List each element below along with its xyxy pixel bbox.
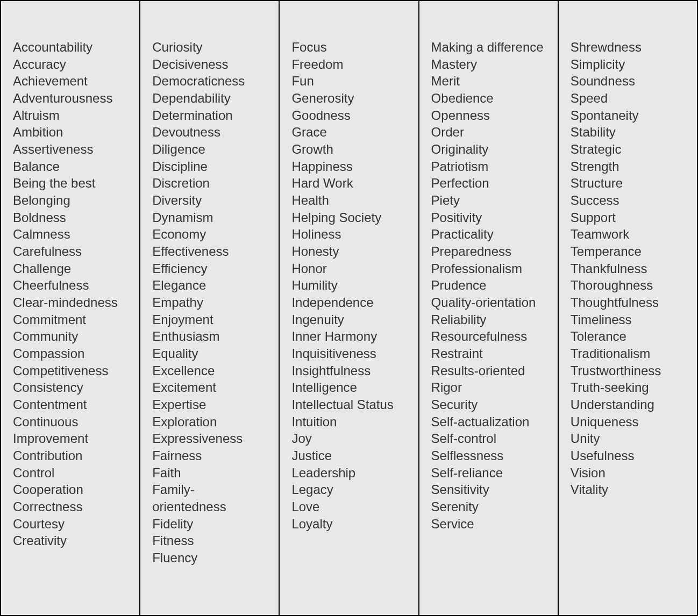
list-item: Devoutness	[152, 124, 267, 141]
list-item: Discipline	[152, 158, 267, 175]
list-item: Carefulness	[13, 243, 127, 260]
list-item: Truth-seeking	[571, 379, 685, 396]
list-item: Grace	[291, 124, 406, 141]
list-item: Obedience	[431, 90, 546, 107]
list-item: Intellectual Status	[291, 396, 406, 413]
list-item: Piety	[431, 192, 546, 209]
list-item: Excellence	[152, 362, 267, 379]
list-item: Restraint	[431, 345, 546, 362]
list-item: Tolerance	[571, 328, 685, 345]
list-item: Correctness	[13, 498, 127, 515]
list-item: Independence	[291, 294, 406, 311]
list-item: Mastery	[431, 56, 546, 73]
list-item: Thoroughness	[571, 277, 685, 294]
list-item: Serenity	[431, 498, 546, 515]
column-3: FocusFreedomFunGenerosityGoodnessGraceGr…	[280, 1, 419, 615]
list-item: Courtesy	[13, 515, 127, 533]
list-item: Selflessness	[431, 447, 546, 464]
list-item: Fairness	[152, 447, 267, 464]
list-item: Economy	[152, 226, 267, 243]
list-item: Determination	[152, 107, 267, 124]
list-item: Fun	[291, 73, 406, 90]
list-item: Legacy	[291, 481, 406, 498]
list-item: Originality	[431, 141, 546, 158]
list-item: Honesty	[291, 243, 406, 260]
list-item: Efficiency	[152, 260, 267, 277]
list-item: Growth	[291, 141, 406, 158]
list-item: Holiness	[291, 226, 406, 243]
list-item: Enjoyment	[152, 311, 267, 328]
list-item: Calmness	[13, 226, 127, 243]
list-item: Success	[571, 192, 685, 209]
list-item: Assertiveness	[13, 141, 127, 158]
list-item: Honor	[291, 260, 406, 277]
list-item: Creativity	[13, 532, 127, 549]
list-item: Patriotism	[431, 158, 546, 175]
list-item: Continuous Improvement	[13, 413, 127, 447]
list-item: Order	[431, 124, 546, 141]
list-item: Fluency	[152, 549, 267, 567]
list-item: Fitness	[152, 532, 267, 549]
list-item: Freedom	[291, 56, 406, 73]
list-item: Family-orientedness	[152, 481, 267, 515]
list-item: Timeliness	[571, 311, 685, 328]
list-item: Uniqueness	[571, 413, 685, 431]
list-item: Trustworthiness	[571, 362, 685, 379]
list-item: Usefulness	[571, 447, 685, 464]
list-item: Humility	[291, 277, 406, 294]
list-item: Empathy	[152, 294, 267, 311]
list-item: Commitment	[13, 311, 127, 328]
column-1: AccountabilityAccuracyAchievementAdventu…	[1, 1, 140, 615]
list-item: Prudence	[431, 277, 546, 294]
values-table: AccountabilityAccuracyAchievementAdventu…	[0, 0, 698, 616]
list-item: Shrewdness	[571, 39, 685, 56]
column-4: Making a differenceMasteryMeritObedience…	[419, 1, 559, 615]
list-item: Perfection	[431, 175, 546, 192]
list-item: Stability	[571, 124, 685, 141]
list-item: Self-control	[431, 430, 546, 447]
list-item: Dynamism	[152, 209, 267, 226]
list-item: Thankfulness	[571, 260, 685, 277]
list-item: Exploration	[152, 413, 267, 431]
list-item: Decisiveness	[152, 56, 267, 73]
list-item: Hard Work	[291, 175, 406, 192]
list-item: Reliability	[431, 311, 546, 328]
list-item: Consistency	[13, 379, 127, 396]
list-item: Leadership	[291, 464, 406, 482]
list-item: Goodness	[291, 107, 406, 124]
list-item: Understanding	[571, 396, 685, 413]
list-item: Adventurousness	[13, 90, 127, 107]
list-item: Ingenuity	[291, 311, 406, 328]
list-item: Health	[291, 192, 406, 209]
list-item: Effectiveness	[152, 243, 267, 260]
list-item: Vision	[571, 464, 685, 482]
list-item: Excitement	[152, 379, 267, 396]
list-item: Community	[13, 328, 127, 345]
list-item: Expertise	[152, 396, 267, 413]
list-item: Resourcefulness	[431, 328, 546, 345]
list-item: Speed	[571, 90, 685, 107]
list-item: Traditionalism	[571, 345, 685, 362]
list-item: Results-oriented	[431, 362, 546, 379]
list-item: Intuition	[291, 413, 406, 431]
list-item: Cheerfulness	[13, 277, 127, 294]
list-item: Inner Harmony	[291, 328, 406, 345]
list-item: Temperance	[571, 243, 685, 260]
list-item: Preparedness	[431, 243, 546, 260]
list-item: Curiosity	[152, 39, 267, 56]
list-item: Helping Society	[291, 209, 406, 226]
list-item: Loyalty	[291, 515, 406, 533]
list-item: Making a difference	[431, 39, 546, 56]
list-item: Generosity	[291, 90, 406, 107]
list-item: Spontaneity	[571, 107, 685, 124]
list-item: Teamwork	[571, 226, 685, 243]
list-item: Competitiveness	[13, 362, 127, 379]
list-item: Challenge	[13, 260, 127, 277]
column-5: ShrewdnessSimplicitySoundnessSpeedSponta…	[559, 1, 697, 615]
list-item: Elegance	[152, 277, 267, 294]
list-item: Quality-orientation	[431, 294, 546, 311]
list-item: Rigor	[431, 379, 546, 396]
list-item: Service	[431, 515, 546, 533]
list-item: Achievement	[13, 73, 127, 90]
list-item: Balance	[13, 158, 127, 175]
